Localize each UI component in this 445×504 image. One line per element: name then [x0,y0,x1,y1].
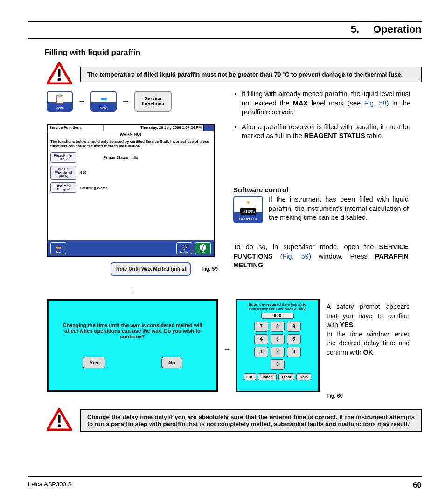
clear-button[interactable]: Clear [278,373,294,380]
warning-row-1: The temperature of filled liquid paraffi… [47,62,422,86]
ss-title: Service Functions [48,125,104,131]
right-column-text: A safety prompt appears that you have to… [327,302,410,357]
footer-rule [28,476,422,477]
numpad-dialog: Enter the required time (mins) to comple… [236,299,320,392]
printer-status-label: Printer Status [104,155,128,160]
key-5[interactable]: 5 [271,334,285,344]
service-functions-button[interactable]: Service Functions [134,91,172,112]
operator-button[interactable]: 🛡Operator [176,242,192,254]
arrow-icon: → [223,344,231,354]
back-button[interactable]: ⬅Back [50,242,66,254]
key-0[interactable]: 0 [271,359,285,370]
key-6[interactable]: 6 [287,334,301,344]
down-arrow-icon: ↓ [131,285,136,297]
warning-box-2: Change the delay time only if you are ab… [80,409,422,432]
svg-rect-1 [58,69,60,77]
svg-point-2 [58,78,61,81]
last-retort-reagent-button[interactable]: Last Retort Reagent [50,182,76,193]
operator-icon: 🛡 [181,245,188,251]
warning-icon [47,62,72,86]
software-control-text: If the instrument has been filled with l… [269,195,409,223]
software-control-text-2: To do so, in supervisor mode, open the S… [233,243,409,270]
printer-status-value: Idle [132,155,138,160]
flame-icon: ▾ [247,199,250,206]
cancel-button[interactable]: Cancel [258,373,277,380]
fig-ref-59[interactable]: Fig. 59 [283,252,309,260]
software-control-heading: Software control [233,186,288,194]
menu-label: Menu [56,106,64,110]
menu-button[interactable]: 📋Menu [47,91,73,112]
wax-time-value: 600 [80,170,86,175]
svg-rect-4 [58,415,60,423]
ss-date: Thursday, 20 July 2006 1:07:24 PM [104,125,203,131]
back-arrow-icon: ⬅ [56,245,61,251]
section-title: Filling with liquid paraffin [44,48,422,57]
warning-icon [47,408,72,433]
arrow-right-icon: ➡ [100,94,107,104]
key-4[interactable]: 4 [254,334,268,344]
fig-60-label: Fig. 60 [327,393,343,399]
prompt-message: Changing the time until the wax is consi… [49,322,216,339]
numpad-heading: Enter the required time (mins) to comple… [240,303,315,311]
key-7[interactable]: 7 [254,322,268,332]
confirm-prompt: Changing the time until the wax is consi… [47,299,218,392]
page-header: 5. Operation [28,23,422,39]
bullet-1: If filling with already melted paraffin,… [242,90,410,117]
ss-warning-note: The functions below should only be used … [48,138,214,149]
set-as-full-button[interactable]: ▾ 100% Set as Full [233,196,263,223]
reset-printer-queue-button[interactable]: Reset Printer Queue [50,152,76,163]
chapter-number: 5. [351,23,359,35]
key-8[interactable]: 8 [271,322,285,332]
service-functions-screenshot: Service Functions Thursday, 20 July 2006… [47,124,215,257]
arrow-icon: → [77,97,86,106]
key-9[interactable]: 9 [287,322,301,332]
yes-button[interactable]: Yes [83,357,105,368]
arrow-icon: → [121,97,130,106]
warning-box-1: The temperature of filled liquid paraffi… [80,67,422,82]
chapter-title: Operation [373,23,422,35]
key-3[interactable]: 3 [287,347,301,357]
ok-button[interactable]: OK [244,373,256,380]
page-number: 60 [413,481,422,490]
page-footer: Leica ASP300 S 60 [28,481,422,490]
time-until-wax-melted-button[interactable]: Time Until Wax Melted (mins) [111,262,191,276]
help-button[interactable]: Help [296,373,311,380]
set-full-label: Set as Full [239,217,257,221]
help-button[interactable]: iHelp [195,242,211,254]
header-rule [28,21,422,22]
percent-label: 100% [240,208,256,215]
more-label: More [100,106,107,110]
info-icon: i [200,244,206,251]
ss-warning-label: WARNING! [48,131,214,138]
product-name: Leica ASP300 S [28,481,72,490]
more-button[interactable]: ➡More [90,91,117,112]
warning-row-2: Change the delay time only if you are ab… [47,408,422,433]
numpad-grid: 7 8 9 4 5 6 1 2 3 0 [254,322,301,370]
fig-59-label: Fig. 59 [202,266,218,272]
no-button[interactable]: No [161,357,182,368]
key-2[interactable]: 2 [271,347,285,357]
numpad-display: 600 [261,313,294,319]
svg-point-5 [58,424,61,427]
ss-status-icon: ● [203,125,214,131]
bullet-2: After a paraffin reservoir is filled wit… [242,123,410,141]
bullet-list: If filling with already melted paraffin,… [233,90,410,147]
clipboard-icon: 📋 [55,94,65,104]
fig-ref-58[interactable]: Fig. 58 [364,99,387,107]
svc-label: Service Functions [135,96,171,106]
key-1[interactable]: 1 [254,347,268,357]
time-until-wax-button[interactable]: Time Until Wax Melted (mins) [50,166,76,180]
last-reagent-value: Cleaning Water [80,186,107,190]
